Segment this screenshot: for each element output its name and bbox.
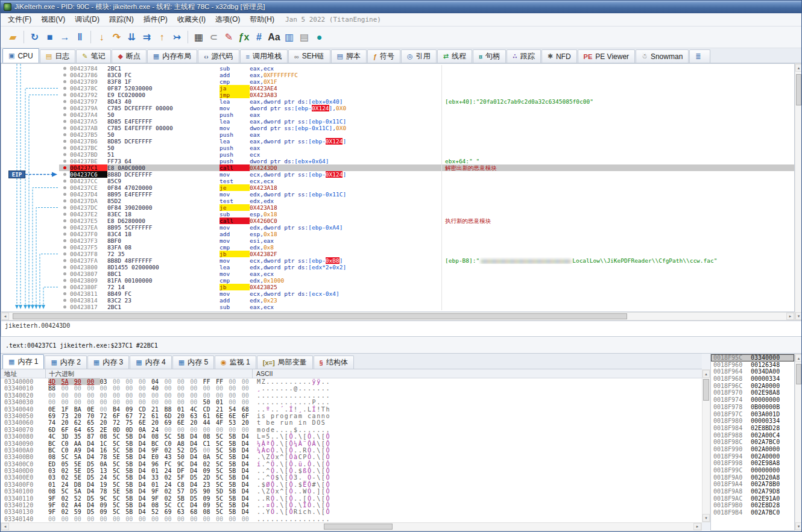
tab-dump-2[interactable]: ▦内存 2 [45,355,86,369]
breakpoint-gutter[interactable] [59,231,70,237]
breakpoint-gutter[interactable] [59,85,70,92]
breakpoint-gutter[interactable] [59,244,70,251]
trace-over-button[interactable]: ⇉ [139,30,154,45]
disasm-row[interactable]: 004237E5E8 D6280000call0X4260C0执行新的恶意模块 [59,217,794,224]
tab-breakpoints[interactable]: ◆断点 [112,49,146,63]
breakpoint-gutter[interactable] [59,72,70,78]
disasm-row[interactable]: 004237F872 35jb0X42382F [59,251,794,257]
disasm-row[interactable]: 004237C68B8D DCFEFFFFmovecx,dword ptr ss… [59,171,794,178]
breakpoint-gutter[interactable] [59,224,70,231]
disasm-row[interactable]: 0042378C0F87 52030000ja0X423AE4 [59,85,794,92]
tab-seh-chain[interactable]: ∞SEH链 [288,49,330,63]
disasm-row[interactable]: 004237ABC785 E4FEFFFF 00000movdword ptr … [59,125,794,131]
scroll-down-arrow-icon[interactable]: ▾ [795,522,802,530]
breakpoint-gutter[interactable] [59,277,70,284]
stack-row[interactable]: 0018F97400000000 [711,396,794,404]
disasm-row[interactable]: 004237978D43 40leaeax,dword ptr ds:[ebx+… [59,98,794,105]
execute-till-return-button[interactable]: ↑ [154,30,169,45]
dump-row[interactable]: 033400804C3D3587085C5BD4085C5BD4085C5BD4… [1,433,702,440]
disasm-row[interactable]: 004238008D1455 02000000leaedx,dword ptr … [59,264,794,271]
breakpoint-gutter[interactable] [59,178,70,184]
breakpoint-gutter[interactable] [59,158,70,164]
tab-watch-1[interactable]: ◉监视 1 [215,355,256,369]
stack-row[interactable]: 0018F998002E98A8 [711,460,794,467]
stack-row[interactable]: 0018F98C002A7BC0 [711,439,794,446]
disasm-row[interactable]: 004237F583FA 08cmpedx,0x8 [59,244,794,251]
tab-trace[interactable]: ∴跟踪 [507,49,541,63]
dump-row[interactable]: 033400B0085C5AD4785E5BD4E04350D40A5C5BD4… [1,454,702,460]
dump-row[interactable]: 033400F00124D8D4195C5BD40124C8D4235C5BD4… [1,481,702,488]
stack-row[interactable]: 0018F99C00000000 [711,467,794,474]
breakpoint-gutter[interactable] [59,251,70,257]
menu-item[interactable]: 插件(P) [139,13,172,27]
disasm-row[interactable]: 004237B68D85 DCFEFFFFleaeax,dword ptr ss… [59,138,794,145]
stack-row[interactable]: 0018F9640034DA00 [711,368,794,375]
plugin-button[interactable]: ● [312,30,327,45]
stack-row[interactable]: 0018F9780B00000B [711,404,794,411]
dump-row[interactable]: 033401309F0259D5095C5BD452696368085C5BD4… [1,509,702,515]
label-button[interactable]: # [251,30,267,45]
disasm-row[interactable]: 0042380981FA 00100000cmpedx,0x1000 [59,277,794,284]
disasm-row[interactable]: 004237DC0F84 39020000je0X423A18 [59,204,794,211]
tab-threads[interactable]: ⇄线程 [437,49,472,63]
disasm-row[interactable]: 004237D48B95 E4FEFFFFmovedx,dword ptr ss… [59,191,794,198]
dump-row[interactable]: 033401109F0252D59C5C5BD49F025BD5095C5BD4… [1,495,702,502]
calculator-button[interactable]: ▥ [282,30,297,45]
memory-dump-pane[interactable]: 033400004D5A90000300000004000000FFFF0000… [1,378,702,522]
dump-row[interactable]: 03340100085C5AD4785E5BD49F0257D5905D5BD4… [1,488,702,495]
disasm-row[interactable]: 004237A58D85 E4FEFFFFleaeax,dword ptr ss… [59,118,794,125]
tab-log[interactable]: ▤日志 [40,49,75,63]
scroll-up-arrow-icon[interactable]: ▴ [703,370,710,378]
stack-row[interactable]: 0018F9A4002A78B0 [711,481,794,488]
breakpoint-gutter[interactable] [59,65,70,72]
breakpoint-gutter[interactable] [59,211,70,217]
disasm-row[interactable]: 0042381483C2 23addedx,0x23 [59,297,794,304]
disasm-row[interactable]: 004237F083C4 18addesp,0x18 [59,231,794,237]
menu-item[interactable]: 文件(F) [3,13,36,27]
disasm-row[interactable]: 004238118B49 FCmovecx,dword ptr ds:[ecx-… [59,290,794,297]
disasm-row[interactable]: 004237FA8B8D 48FFFFFFmovecx,dword ptr ss… [59,257,794,264]
disasm-row[interactable]: 004237C1E8 0A0C0000call0X4243D0解密出新的恶意模块 [59,164,794,171]
menu-item[interactable]: 帮助(H) [245,13,279,27]
scroll-down-arrow-icon[interactable]: ▾ [703,514,710,522]
disasm-row[interactable]: 004237B550pusheax [59,131,794,138]
breakpoint-gutter[interactable] [59,92,70,98]
disasm-row[interactable]: 004237EA8B95 5CFFFFFFmovedx,dword ptr ss… [59,224,794,231]
tab-dump-3[interactable]: ▦内存 3 [87,355,129,369]
tab-cpu[interactable]: ▣CPU [2,48,39,63]
dump-row[interactable]: 03340010B8000000000000004000000000000000… [1,385,702,392]
breakpoint-gutter[interactable] [59,204,70,211]
tab-references[interactable]: ◎引用 [401,49,437,63]
scroll-right-arrow-icon[interactable]: ▸ [693,523,701,530]
breakpoint-gutter[interactable] [59,290,70,297]
menu-item[interactable]: 收藏夹(I) [172,13,210,27]
stack-vertical-scrollbar[interactable]: ▴ ▾ [795,354,802,531]
stack-row[interactable]: 0018F96800000334 [711,375,794,383]
menu-item[interactable]: 视图(V) [36,13,70,27]
dump-row[interactable]: 033400706D6F64652E0D0D0A2400000000000000… [1,427,702,433]
menu-item[interactable]: 调试(D) [70,13,104,27]
scroll-left-arrow-icon[interactable]: ◂ [1,523,9,530]
breakpoint-gutter[interactable] [59,111,70,118]
breakpoint-gutter[interactable] [59,284,70,290]
disasm-row[interactable]: 004238172BC1subeax,ecx [59,304,794,310]
breakpoint-gutter[interactable] [59,237,70,244]
dump-row[interactable]: 033400004D5A90000300000004000000FFFF0000… [1,378,702,385]
dump-row[interactable]: 033400400E1FBA0E00B409CD21B8014CCD215468… [1,406,702,413]
pause-button[interactable]: ‖ [72,30,87,45]
tab-dump-4[interactable]: ▦内存 4 [130,355,171,369]
scroll-left-arrow-icon[interactable]: ◂ [1,313,9,320]
breakpoint-gutter[interactable] [59,151,70,158]
disasm-row[interactable]: 004237BC50pusheax [59,145,794,151]
disasm-row[interactable]: 0042379AC785 DCFEFFFF 00000movdword ptr … [59,105,794,111]
titlebar[interactable]: JiKeIterh.exe - PID: 90C - 模块: jikeiterh… [1,1,801,13]
stack-row[interactable]: 0018F9B4002A7BC0 [711,509,794,516]
stack-row[interactable]: 0018F98402E8BD28 [711,425,794,432]
attach-button[interactable]: ⊂ [206,30,221,45]
breakpoint-gutter[interactable] [59,78,70,85]
stack-row[interactable]: 0018F9A8002A79D8 [711,488,794,495]
tab-notes[interactable]: ✎笔记 [76,49,111,63]
tab-call-stack[interactable]: ≡调用堆栈 [240,49,288,63]
tab-nfd[interactable]: ✱NFD [542,49,577,63]
tab-source[interactable]: ‹›源代码 [198,49,239,63]
